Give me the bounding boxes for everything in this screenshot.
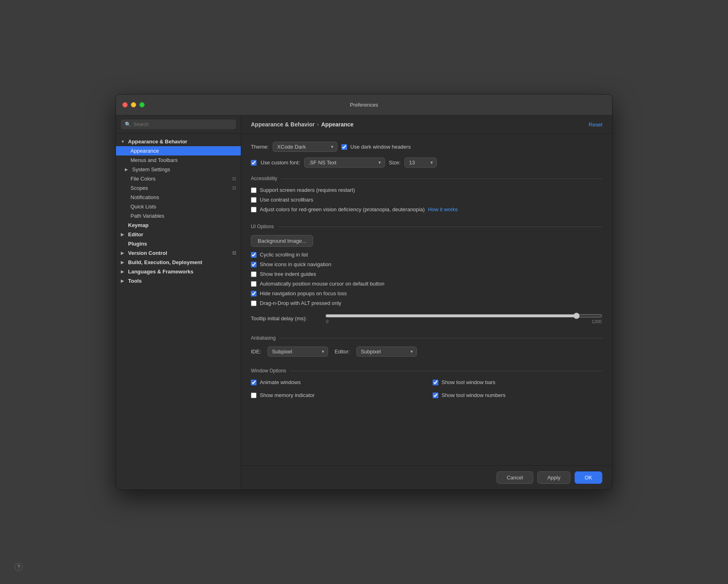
hide-nav-popups-label[interactable]: Hide navigation popups on focus loss (260, 290, 347, 296)
sidebar-item-path-variables[interactable]: Path Variables (116, 211, 241, 221)
custom-font-label[interactable]: Use custom font: (261, 160, 300, 166)
color-deficiency-label[interactable]: Adjust colors for red-green vision defic… (260, 206, 425, 212)
apply-button[interactable]: Apply (537, 471, 571, 484)
maximize-button[interactable] (139, 102, 145, 107)
ui-options-section-header: UI Options (251, 224, 602, 229)
section-divider (290, 371, 602, 371)
show-tool-window-bars-label[interactable]: Show tool window bars (442, 379, 495, 385)
sidebar-item-plugins[interactable]: Plugins (116, 239, 241, 248)
accessibility-section-header: Accessibility (251, 176, 602, 181)
drag-drop-alt-label[interactable]: Drag-n-Drop with ALT pressed only (260, 300, 341, 306)
sidebar-item-keymap[interactable]: Keymap (116, 221, 241, 230)
icons-quick-nav-checkbox[interactable] (251, 262, 257, 267)
arrow-right-icon: ▶ (121, 232, 126, 237)
minimize-button[interactable] (131, 102, 136, 107)
sidebar-item-label: Tools (128, 278, 142, 284)
show-tool-window-numbers-label[interactable]: Show tool window numbers (442, 392, 505, 398)
font-select[interactable]: .SF NS Text Arial Helvetica Monaco (304, 158, 385, 168)
sidebar-item-scopes[interactable]: Scopes ⊡ (116, 183, 241, 193)
traffic-lights (122, 102, 145, 107)
tooltip-slider-section: Tooltip initial delay (ms): 0 1200 (251, 313, 602, 324)
sidebar-item-build-execution[interactable]: ▶ Build, Execution, Deployment (116, 258, 241, 267)
search-input-wrap[interactable]: 🔍 (121, 120, 236, 129)
drag-drop-alt-checkbox[interactable] (251, 300, 257, 306)
icons-quick-nav-label[interactable]: Show icons in quick navigation (260, 261, 331, 267)
hide-nav-popups-checkbox[interactable] (251, 291, 257, 296)
animate-windows-label[interactable]: Animate windows (260, 379, 301, 385)
contrast-scrollbars-label[interactable]: Use contrast scrollbars (260, 197, 313, 203)
sidebar-item-editor[interactable]: ▶ Editor (116, 230, 241, 239)
dark-headers-row: Use dark window headers (341, 144, 411, 150)
color-deficiency-checkbox[interactable] (251, 207, 257, 212)
editor-antialiasing-select-wrap: Subpixel Greyscale No antialiasing ▼ (356, 347, 417, 357)
hide-nav-popups-row: Hide navigation popups on focus loss (251, 290, 602, 296)
show-tool-window-numbers-checkbox[interactable] (433, 393, 438, 398)
tooltip-slider-row: Tooltip initial delay (ms): 0 1200 (251, 313, 602, 324)
sidebar-item-file-colors[interactable]: File Colors ⊡ (116, 174, 241, 183)
how-it-works-link[interactable]: How it works (428, 206, 458, 212)
auto-mouse-checkbox[interactable] (251, 281, 257, 287)
sidebar-item-languages-frameworks[interactable]: ▶ Languages & Frameworks (116, 267, 241, 276)
theme-select[interactable]: XCode Dark Darcula High Contrast Intelli… (273, 142, 337, 152)
screen-readers-label[interactable]: Support screen readers (requires restart… (260, 187, 355, 193)
sidebar-item-label: File Colors (130, 176, 156, 182)
dark-headers-label[interactable]: Use dark window headers (350, 144, 411, 150)
size-select[interactable]: 11 12 13 14 15 16 (404, 158, 437, 168)
sidebar-item-system-settings[interactable]: ▶ System Settings (116, 165, 241, 174)
arrow-right-icon: ▶ (121, 269, 126, 274)
tree-indent-label[interactable]: Show tree indent guides (260, 271, 316, 277)
sidebar-item-label: Keymap (128, 222, 149, 228)
search-input[interactable] (133, 122, 232, 127)
sidebar-item-menus-toolbars[interactable]: Menus and Toolbars (116, 155, 241, 165)
show-memory-checkbox[interactable] (251, 393, 257, 398)
screen-readers-checkbox[interactable] (251, 187, 257, 193)
badge-icon: ⊡ (232, 185, 236, 191)
ui-options-title: UI Options (251, 224, 274, 229)
show-tool-window-bars-checkbox[interactable] (433, 380, 438, 385)
sidebar-tree: ▼ Appearance & Behavior Appearance Menus… (116, 134, 241, 489)
tree-indent-row: Show tree indent guides (251, 271, 602, 277)
cancel-button[interactable]: Cancel (497, 471, 533, 484)
ok-button[interactable]: OK (574, 471, 602, 484)
sidebar-item-appearance[interactable]: Appearance (116, 146, 241, 155)
show-memory-label[interactable]: Show memory indicator (260, 392, 315, 398)
accessibility-section: Accessibility Support screen readers (re… (251, 176, 602, 212)
tree-indent-checkbox[interactable] (251, 271, 257, 277)
reset-button[interactable]: Reset (589, 122, 602, 128)
ide-label: IDE: (251, 349, 261, 355)
sidebar-item-notifications[interactable]: Notifications (116, 193, 241, 202)
dark-headers-checkbox[interactable] (341, 144, 347, 150)
main-panel: Appearance & Behavior › Appearance Reset… (241, 116, 612, 489)
sidebar-item-quick-lists[interactable]: Quick Lists (116, 202, 241, 211)
antialiasing-section-header: Antialiasing (251, 335, 602, 341)
auto-mouse-label[interactable]: Automatically position mouse cursor on d… (260, 281, 385, 287)
sidebar-item-label: Appearance (130, 148, 159, 154)
main-content-area: 🔍 ▼ Appearance & Behavior Appearance (116, 116, 612, 489)
tooltip-slider[interactable] (325, 313, 602, 319)
editor-antialiasing-select[interactable]: Subpixel Greyscale No antialiasing (356, 347, 417, 357)
sidebar-item-version-control[interactable]: ▶ Version Control ⊡ (116, 248, 241, 258)
close-button[interactable] (122, 102, 128, 107)
contrast-scrollbars-checkbox[interactable] (251, 197, 257, 203)
custom-font-checkbox[interactable] (251, 160, 257, 166)
breadcrumb-current: Appearance (321, 121, 353, 128)
tooltip-label: Tooltip initial delay (ms): (251, 315, 320, 321)
sidebar-item-appearance-behavior[interactable]: ▼ Appearance & Behavior (116, 137, 241, 146)
background-image-button[interactable]: Background Image... (251, 235, 313, 247)
window-title: Preferences (350, 102, 378, 108)
screen-readers-row: Support screen readers (requires restart… (251, 187, 602, 193)
drag-drop-alt-row: Drag-n-Drop with ALT pressed only (251, 300, 602, 306)
size-select-wrap: 11 12 13 14 15 16 ▼ (404, 158, 437, 168)
theme-label: Theme: (251, 144, 269, 150)
arrow-right-icon: ▶ (121, 251, 126, 255)
sidebar-item-tools[interactable]: ▶ Tools (116, 276, 241, 286)
cyclic-scrolling-checkbox[interactable] (251, 252, 257, 258)
sidebar-item-label: System Settings (132, 166, 170, 172)
animate-windows-checkbox[interactable] (251, 380, 257, 385)
cyclic-scrolling-label[interactable]: Cyclic scrolling in list (260, 252, 308, 258)
ide-antialiasing-select[interactable]: Subpixel Greyscale No antialiasing (267, 347, 328, 357)
section-divider (281, 179, 602, 179)
show-tool-window-bars-row: Show tool window bars (433, 379, 602, 385)
sidebar-item-label: Editor (128, 231, 143, 237)
theme-select-wrap: XCode Dark Darcula High Contrast Intelli… (273, 142, 337, 152)
